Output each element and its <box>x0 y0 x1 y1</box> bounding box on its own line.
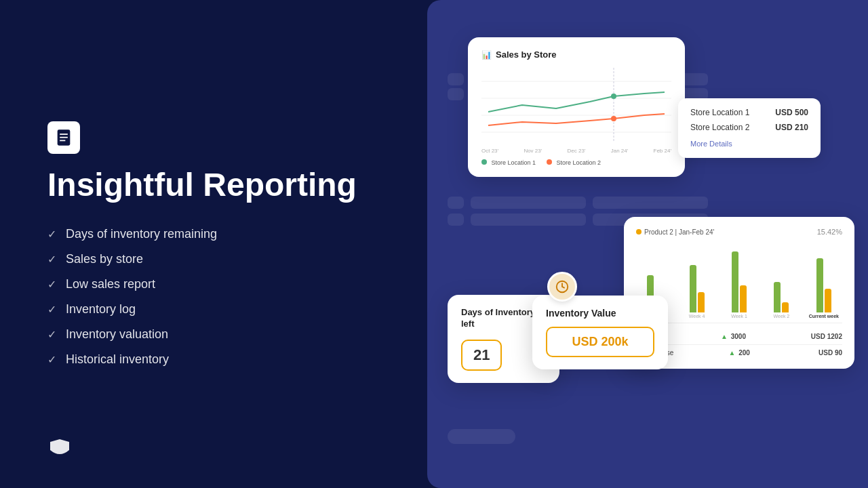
bar-yellow <box>825 289 831 312</box>
check-icon: ✓ <box>47 303 56 316</box>
stat-arrow-up: ▲ <box>721 333 728 340</box>
check-icon: ✓ <box>47 353 56 366</box>
bar-green <box>816 258 823 312</box>
svg-point-10 <box>611 116 616 121</box>
list-item: ✓ Historical inventory <box>47 352 380 367</box>
report-icon <box>47 121 80 154</box>
bar-green <box>774 282 781 312</box>
stat-arrow-up: ▲ <box>728 349 735 357</box>
list-item: ✓ Days of inventory remaining <box>47 227 380 241</box>
more-details-link[interactable]: More Details <box>690 140 732 148</box>
chart-legend: Store Location 1 Store Location 2 <box>481 159 671 166</box>
bar-group-week4: Week 4 <box>678 265 715 319</box>
list-item: ✓ Inventory log <box>47 302 380 317</box>
feature-checklist: ✓ Days of inventory remaining ✓ Sales by… <box>47 227 380 367</box>
clock-bubble <box>547 272 577 302</box>
check-icon: ✓ <box>47 328 56 341</box>
inventory-value-card: Inventory Value USD 200k <box>532 296 668 369</box>
line-chart <box>481 68 671 142</box>
bar-chart-percent: 15.42% <box>817 228 842 236</box>
page-title: Insightful Reporting <box>47 167 380 203</box>
sales-by-store-card: 📊 Sales by Store Oct <box>468 37 685 177</box>
bar-yellow <box>782 302 789 312</box>
list-item: ✓ Sales by store <box>47 252 380 266</box>
bar-group-week1: Week 1 <box>721 251 757 319</box>
bar-yellow <box>740 285 747 312</box>
inventory-value-badge: USD 200k <box>546 327 654 357</box>
sales-card-title: 📊 Sales by Store <box>481 49 671 60</box>
bar-chart-subtitle: Product 2 | Jan-Feb 24' <box>636 228 714 236</box>
x-axis-labels: Oct 23' Nov 23' Dec 23' Jan 24' Feb 24' <box>481 148 671 154</box>
legend-dot-store1 <box>481 159 487 165</box>
report-svg-icon <box>54 128 73 147</box>
logo <box>47 436 72 464</box>
legend-dot-store2 <box>547 159 552 165</box>
bar-green <box>690 265 696 312</box>
svg-rect-2 <box>60 136 68 138</box>
tooltip-store1-row: Store Location 1 USD 500 <box>690 108 808 117</box>
list-item: ✓ Low sales report <box>47 277 380 291</box>
chart-icon: 📊 <box>481 50 492 60</box>
left-panel: Insightful Reporting ✓ Days of inventory… <box>0 0 427 488</box>
bar-green <box>732 251 738 312</box>
bar-yellow <box>698 292 705 312</box>
tooltip-store2-row: Store Location 2 USD 210 <box>690 123 808 132</box>
days-value-badge: 21 <box>461 340 502 371</box>
list-item: ✓ Inventory valuation <box>47 327 380 342</box>
clock-icon <box>555 279 570 294</box>
svg-point-9 <box>611 94 616 99</box>
subtitle-dot <box>636 229 642 235</box>
bar-card-header: Product 2 | Jan-Feb 24' 15.42% <box>636 228 842 236</box>
line-chart-svg <box>481 68 671 142</box>
bg-decoration <box>448 429 515 444</box>
check-icon: ✓ <box>47 228 56 241</box>
bar-group-week2: Week 2 <box>763 282 800 319</box>
check-icon: ✓ <box>47 278 56 291</box>
inventory-value-title: Inventory Value <box>546 308 654 319</box>
sales-tooltip: Store Location 1 USD 500 Store Location … <box>678 98 821 158</box>
svg-rect-3 <box>60 140 65 141</box>
bar-group-current: Current week <box>806 258 842 319</box>
bg-decoration <box>448 197 708 209</box>
svg-rect-1 <box>60 134 68 135</box>
check-icon: ✓ <box>47 253 56 266</box>
right-panel: 📊 Sales by Store Oct <box>427 0 868 488</box>
